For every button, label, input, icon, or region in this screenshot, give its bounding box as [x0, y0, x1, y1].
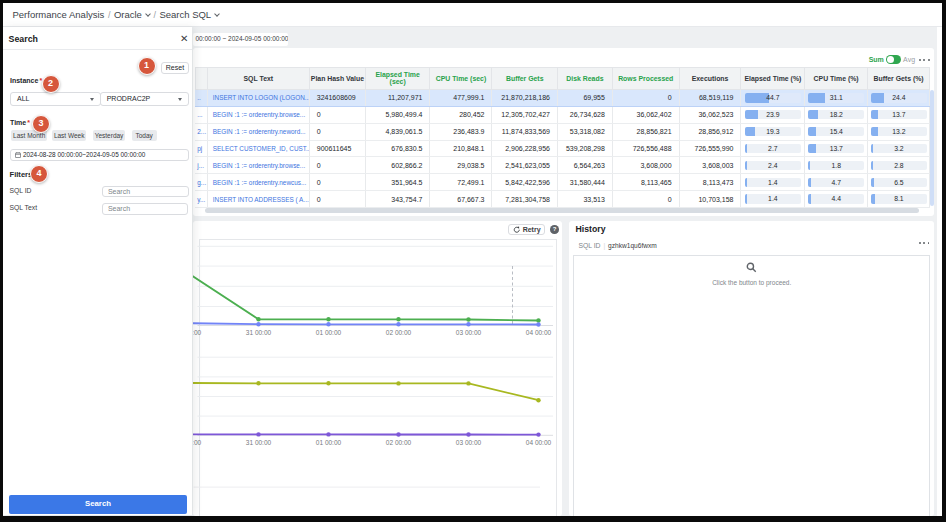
svg-text:03 00:00: 03 00:00	[455, 329, 481, 336]
svg-text:30 00:00: 30 00:00	[193, 439, 202, 446]
svg-text:04 00:00: 04 00:00	[525, 329, 551, 336]
svg-text:03 00:00: 03 00:00	[455, 439, 481, 446]
svg-text:02 00:00: 02 00:00	[385, 329, 411, 336]
svg-text:30 00:00: 30 00:00	[193, 329, 202, 336]
svg-text:31 00:00: 31 00:00	[245, 439, 271, 446]
svg-text:01 00:00: 01 00:00	[315, 439, 341, 446]
svg-text:02 00:00: 02 00:00	[385, 439, 411, 446]
svg-text:01 00:00: 01 00:00	[315, 329, 341, 336]
svg-text:04 00:00: 04 00:00	[525, 439, 551, 446]
svg-text:31 00:00: 31 00:00	[245, 329, 271, 336]
